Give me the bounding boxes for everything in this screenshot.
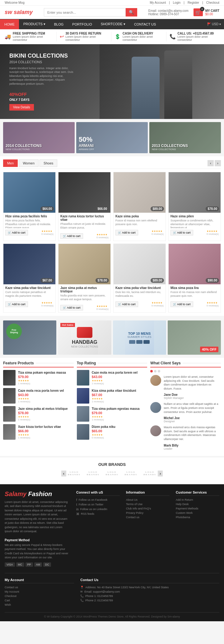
- brand-logo-5[interactable]: LOGO BRANDS: [143, 471, 156, 476]
- add-to-cart-button[interactable]: 🛒 Add to cart: [5, 301, 28, 307]
- checkout-footer-link[interactable]: Checkout: [5, 594, 74, 598]
- footer-photobema-link[interactable]: Photobema: [176, 516, 219, 519]
- collection-3-title: 2013 COLLECTIONS: [152, 144, 188, 148]
- nav-portfolio[interactable]: PORTFOLIO: [68, 19, 96, 29]
- hero-discount: 40%OFF: [9, 88, 78, 98]
- my-account-link[interactable]: My Account: [5, 590, 74, 593]
- tab-next-button[interactable]: ›: [215, 160, 221, 166]
- mid-banner-shipping[interactable]: Free Shiping: [3, 320, 56, 355]
- footer-twitter-link[interactable]: t Follow us on Twitter: [76, 503, 120, 506]
- add-to-cart-button[interactable]: 🛒 Add to cart: [60, 305, 83, 310]
- add-to-cart-button[interactable]: 🛒 Add to cart: [60, 233, 83, 239]
- nav-products[interactable]: PRODUCTS ▾: [19, 19, 50, 29]
- cart-area[interactable]: 🛒 0 MY CART $0.00: [194, 8, 219, 16]
- table-row: $64.00 Hize sima poza facilisis felis Hi…: [3, 172, 56, 241]
- cart-footer-link[interactable]: Cart: [5, 599, 74, 602]
- nav-home[interactable]: HOME: [0, 19, 19, 29]
- footer-terms-link[interactable]: Terms of Use: [126, 503, 170, 506]
- tab-men[interactable]: Men: [3, 159, 18, 167]
- footer-help-desk-link[interactable]: Help Desk: [176, 503, 219, 506]
- brand-logo-4[interactable]: LOGO BRANDS: [124, 471, 137, 476]
- payment-icons: VISA MC PP AM DC: [5, 562, 70, 567]
- testimonials-col: What Client Says Lorem ipsum dolor sit a…: [150, 361, 221, 453]
- phone2-icon: 📞: [80, 599, 84, 602]
- hero-cta-button[interactable]: View Details: [9, 104, 34, 111]
- mini-product-img: [3, 388, 16, 404]
- checkout-link[interactable]: Checkout: [206, 1, 219, 4]
- add-to-cart-button[interactable]: 🛒 Add to cart: [115, 230, 138, 235]
- footer-club-link[interactable]: Club Info and FAQ's: [126, 507, 170, 510]
- main-nav: HOME PRODUCTS ▾ BLOG PORTFOLIO SHORTCODE…: [0, 19, 224, 29]
- footer-facebook-link[interactable]: f Follow us on Facebook: [76, 498, 120, 502]
- mid-banner-top10[interactable]: TOP 10 MENS SUMMER STYLES: [113, 320, 166, 355]
- email-icon: ✉: [80, 590, 83, 593]
- cart-title: MY CART: [205, 9, 219, 12]
- testimonials-title: What Client Says: [150, 361, 221, 367]
- add-to-cart-button[interactable]: 🛒 Add to cart: [170, 301, 193, 307]
- footer-linkedin-link[interactable]: in Follow us on LinkedIn: [76, 508, 120, 511]
- cart-icon[interactable]: 🛒 0: [194, 8, 203, 16]
- add-to-cart-button[interactable]: 🛒 Add to cart: [5, 230, 28, 235]
- footer-top: Salamy Fashion Lorem ipsum dolor sit ame…: [5, 490, 219, 567]
- footer-about-link[interactable]: About Us: [126, 498, 170, 501]
- collection-banner-1[interactable]: 2014 COLLECTIONS NEW COLLECTIONS: [3, 122, 75, 153]
- location-icon: 📍: [80, 586, 84, 589]
- brand-logo-2[interactable]: LOGO BRANDS: [87, 471, 100, 476]
- search-input[interactable]: [44, 8, 126, 17]
- register-link[interactable]: Register: [188, 1, 199, 4]
- dot-1[interactable]: [150, 370, 153, 372]
- footer-add-in-return-link[interactable]: Add In Return: [176, 498, 219, 501]
- nav-contact[interactable]: CONTACT US: [130, 19, 161, 29]
- list-item: Tiza sima pokam egestas massa $79.00 ★★★…: [3, 370, 74, 386]
- tab-women[interactable]: Women: [19, 159, 39, 167]
- my-account-link[interactable]: My Account: [150, 1, 166, 4]
- login-link[interactable]: Login: [173, 1, 180, 4]
- search-button[interactable]: 🔍: [126, 8, 137, 17]
- my-account-contact-link[interactable]: Contact us: [5, 586, 74, 589]
- product-tabs: Men Women Shoes ‹ ›: [3, 159, 221, 169]
- collection-2-sub: ARMANI OFF: [79, 148, 94, 151]
- payment-title: Payment Method: [5, 538, 70, 542]
- brand-logo-1[interactable]: LOGO BRANDS: [68, 471, 81, 476]
- footer-payment-methods-link[interactable]: Payment Methods: [176, 507, 219, 510]
- hero-desc: Karen tincidunt luctus varius. Integer a…: [9, 66, 78, 86]
- footer-logo: Salamy Fashion: [5, 490, 70, 498]
- nav-shortcode[interactable]: SHORTCODE ▾: [96, 19, 130, 29]
- footer-phone1: 📞 Phone 1: 0123456789: [80, 594, 219, 598]
- list-item: Tiza sima pokam egestas massa $79.00 ★★★…: [77, 406, 147, 422]
- mini-product-img: [3, 370, 16, 386]
- nav-blog[interactable]: BLOG: [50, 19, 68, 29]
- product-price-1: $64.00: [40, 206, 54, 211]
- site-logo[interactable]: sw salamy: [5, 9, 33, 16]
- dot-3[interactable]: [158, 370, 160, 372]
- add-to-cart-button[interactable]: 🛒 Add to cart: [170, 230, 193, 235]
- cart-info: MY CART $0.00: [205, 9, 219, 16]
- top-bar-links: My Account | Login | Register | Checkout: [150, 1, 220, 4]
- brands-next-button[interactable]: ›: [158, 471, 163, 476]
- table-row: $89.00 Kaze sima poka Fusce id massa non…: [113, 172, 166, 241]
- add-to-cart-button[interactable]: 🛒 Add to cart: [115, 301, 138, 307]
- collection-banner-2[interactable]: 50% ARMANI ARMANI OFF: [76, 122, 148, 153]
- collection-banner-3[interactable]: 2013 COLLECTIONS NEW COLLECTIONS: [149, 122, 221, 153]
- my-account-title: My Account: [5, 578, 74, 583]
- services-title: Customer Services: [176, 490, 219, 496]
- footer-privacy-link[interactable]: Privacy Policy: [126, 511, 170, 514]
- footer-contact-info-link[interactable]: Contact us: [126, 516, 170, 519]
- mid-banner-women[interactable]: 40% OFF: [168, 320, 221, 355]
- tab-shoes[interactable]: Shoes: [40, 159, 57, 167]
- wish-link[interactable]: Wish: [5, 603, 74, 606]
- return-icon: ↩: [60, 34, 64, 40]
- footer-copyright: © W-Salamy Copyright © 2014 WordPress Th…: [5, 612, 219, 618]
- footer-custom-work-link[interactable]: Custom Work: [176, 511, 219, 514]
- mid-banner-handbag[interactable]: Hot Sales HANDBAG NEW COLLECTIONS: [58, 320, 111, 355]
- product-img-2: $66.00: [58, 172, 110, 213]
- brand-logo-3[interactable]: LOGO BRANDS: [106, 471, 119, 476]
- brands-prev-button[interactable]: ‹: [61, 471, 66, 476]
- tab-prev-button[interactable]: ‹: [208, 160, 214, 166]
- cod-desc: Lorem ipsum dolor amet consectetur: [123, 35, 165, 41]
- footer-info-col: Information About Us Terms of Use Club I…: [126, 490, 170, 567]
- product-desc-8: Fusce id nis massa non nam eleifend posu…: [170, 291, 219, 300]
- mini-product-name: Jaze sima poka at metus tristique: [18, 407, 74, 410]
- footer-rss-link[interactable]: ⌘ RSS feeds: [76, 512, 120, 516]
- dot-2[interactable]: [154, 370, 156, 372]
